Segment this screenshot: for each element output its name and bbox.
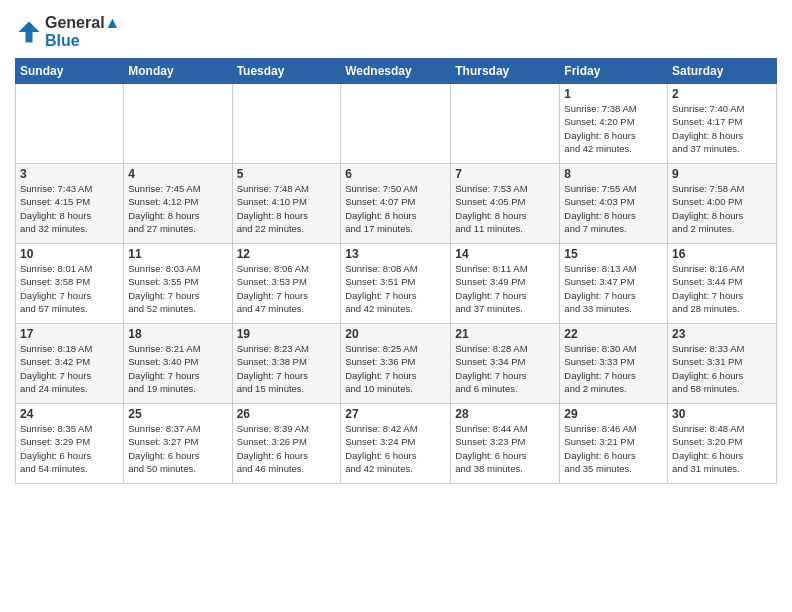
logo-icon xyxy=(15,18,43,46)
weekday-header: Saturday xyxy=(668,59,777,84)
day-info: Sunrise: 8:39 AM Sunset: 3:26 PM Dayligh… xyxy=(237,422,337,475)
day-info: Sunrise: 7:50 AM Sunset: 4:07 PM Dayligh… xyxy=(345,182,446,235)
calendar-cell: 6Sunrise: 7:50 AM Sunset: 4:07 PM Daylig… xyxy=(341,164,451,244)
calendar-cell: 30Sunrise: 8:48 AM Sunset: 3:20 PM Dayli… xyxy=(668,404,777,484)
day-info: Sunrise: 8:18 AM Sunset: 3:42 PM Dayligh… xyxy=(20,342,119,395)
weekday-header: Wednesday xyxy=(341,59,451,84)
calendar-cell xyxy=(451,84,560,164)
day-number: 2 xyxy=(672,87,772,101)
day-number: 12 xyxy=(237,247,337,261)
calendar-cell xyxy=(124,84,232,164)
day-number: 26 xyxy=(237,407,337,421)
calendar-cell: 10Sunrise: 8:01 AM Sunset: 3:58 PM Dayli… xyxy=(16,244,124,324)
calendar-cell: 21Sunrise: 8:28 AM Sunset: 3:34 PM Dayli… xyxy=(451,324,560,404)
day-number: 11 xyxy=(128,247,227,261)
day-info: Sunrise: 8:35 AM Sunset: 3:29 PM Dayligh… xyxy=(20,422,119,475)
day-info: Sunrise: 8:37 AM Sunset: 3:27 PM Dayligh… xyxy=(128,422,227,475)
day-number: 29 xyxy=(564,407,663,421)
day-info: Sunrise: 7:48 AM Sunset: 4:10 PM Dayligh… xyxy=(237,182,337,235)
day-info: Sunrise: 8:01 AM Sunset: 3:58 PM Dayligh… xyxy=(20,262,119,315)
day-number: 20 xyxy=(345,327,446,341)
day-info: Sunrise: 7:43 AM Sunset: 4:15 PM Dayligh… xyxy=(20,182,119,235)
day-number: 5 xyxy=(237,167,337,181)
calendar-week-row: 17Sunrise: 8:18 AM Sunset: 3:42 PM Dayli… xyxy=(16,324,777,404)
calendar-cell xyxy=(16,84,124,164)
day-number: 9 xyxy=(672,167,772,181)
calendar-week-row: 24Sunrise: 8:35 AM Sunset: 3:29 PM Dayli… xyxy=(16,404,777,484)
weekday-header: Tuesday xyxy=(232,59,341,84)
day-info: Sunrise: 7:55 AM Sunset: 4:03 PM Dayligh… xyxy=(564,182,663,235)
day-info: Sunrise: 8:25 AM Sunset: 3:36 PM Dayligh… xyxy=(345,342,446,395)
calendar-cell: 8Sunrise: 7:55 AM Sunset: 4:03 PM Daylig… xyxy=(560,164,668,244)
calendar-cell xyxy=(341,84,451,164)
calendar-table: SundayMondayTuesdayWednesdayThursdayFrid… xyxy=(15,58,777,484)
day-info: Sunrise: 8:06 AM Sunset: 3:53 PM Dayligh… xyxy=(237,262,337,315)
calendar-cell xyxy=(232,84,341,164)
day-number: 18 xyxy=(128,327,227,341)
day-number: 15 xyxy=(564,247,663,261)
calendar-cell: 22Sunrise: 8:30 AM Sunset: 3:33 PM Dayli… xyxy=(560,324,668,404)
calendar-cell: 20Sunrise: 8:25 AM Sunset: 3:36 PM Dayli… xyxy=(341,324,451,404)
main-container: General▲ Blue SundayMondayTuesdayWednesd… xyxy=(0,0,792,489)
day-number: 3 xyxy=(20,167,119,181)
day-info: Sunrise: 8:46 AM Sunset: 3:21 PM Dayligh… xyxy=(564,422,663,475)
day-info: Sunrise: 8:16 AM Sunset: 3:44 PM Dayligh… xyxy=(672,262,772,315)
day-info: Sunrise: 8:13 AM Sunset: 3:47 PM Dayligh… xyxy=(564,262,663,315)
calendar-week-row: 1Sunrise: 7:38 AM Sunset: 4:20 PM Daylig… xyxy=(16,84,777,164)
day-number: 14 xyxy=(455,247,555,261)
day-info: Sunrise: 8:30 AM Sunset: 3:33 PM Dayligh… xyxy=(564,342,663,395)
day-number: 21 xyxy=(455,327,555,341)
day-info: Sunrise: 7:53 AM Sunset: 4:05 PM Dayligh… xyxy=(455,182,555,235)
calendar-cell: 14Sunrise: 8:11 AM Sunset: 3:49 PM Dayli… xyxy=(451,244,560,324)
day-number: 24 xyxy=(20,407,119,421)
day-info: Sunrise: 8:23 AM Sunset: 3:38 PM Dayligh… xyxy=(237,342,337,395)
day-number: 16 xyxy=(672,247,772,261)
day-info: Sunrise: 7:45 AM Sunset: 4:12 PM Dayligh… xyxy=(128,182,227,235)
calendar-cell: 27Sunrise: 8:42 AM Sunset: 3:24 PM Dayli… xyxy=(341,404,451,484)
day-number: 19 xyxy=(237,327,337,341)
day-info: Sunrise: 8:03 AM Sunset: 3:55 PM Dayligh… xyxy=(128,262,227,315)
logo-text: General▲ Blue xyxy=(45,14,120,50)
calendar-cell: 3Sunrise: 7:43 AM Sunset: 4:15 PM Daylig… xyxy=(16,164,124,244)
day-info: Sunrise: 8:42 AM Sunset: 3:24 PM Dayligh… xyxy=(345,422,446,475)
day-info: Sunrise: 7:38 AM Sunset: 4:20 PM Dayligh… xyxy=(564,102,663,155)
calendar-cell: 28Sunrise: 8:44 AM Sunset: 3:23 PM Dayli… xyxy=(451,404,560,484)
calendar-cell: 9Sunrise: 7:58 AM Sunset: 4:00 PM Daylig… xyxy=(668,164,777,244)
weekday-header: Friday xyxy=(560,59,668,84)
day-info: Sunrise: 8:11 AM Sunset: 3:49 PM Dayligh… xyxy=(455,262,555,315)
calendar-cell: 29Sunrise: 8:46 AM Sunset: 3:21 PM Dayli… xyxy=(560,404,668,484)
day-info: Sunrise: 8:33 AM Sunset: 3:31 PM Dayligh… xyxy=(672,342,772,395)
calendar-week-row: 10Sunrise: 8:01 AM Sunset: 3:58 PM Dayli… xyxy=(16,244,777,324)
day-info: Sunrise: 8:21 AM Sunset: 3:40 PM Dayligh… xyxy=(128,342,227,395)
header: General▲ Blue xyxy=(15,10,777,50)
day-info: Sunrise: 8:08 AM Sunset: 3:51 PM Dayligh… xyxy=(345,262,446,315)
svg-marker-1 xyxy=(19,22,40,43)
day-number: 8 xyxy=(564,167,663,181)
calendar-cell: 11Sunrise: 8:03 AM Sunset: 3:55 PM Dayli… xyxy=(124,244,232,324)
logo: General▲ Blue xyxy=(15,14,120,50)
calendar-cell: 5Sunrise: 7:48 AM Sunset: 4:10 PM Daylig… xyxy=(232,164,341,244)
day-number: 10 xyxy=(20,247,119,261)
day-number: 1 xyxy=(564,87,663,101)
calendar-cell: 15Sunrise: 8:13 AM Sunset: 3:47 PM Dayli… xyxy=(560,244,668,324)
calendar-cell: 26Sunrise: 8:39 AM Sunset: 3:26 PM Dayli… xyxy=(232,404,341,484)
day-info: Sunrise: 7:40 AM Sunset: 4:17 PM Dayligh… xyxy=(672,102,772,155)
day-number: 30 xyxy=(672,407,772,421)
calendar-header-row: SundayMondayTuesdayWednesdayThursdayFrid… xyxy=(16,59,777,84)
day-number: 6 xyxy=(345,167,446,181)
day-info: Sunrise: 8:48 AM Sunset: 3:20 PM Dayligh… xyxy=(672,422,772,475)
weekday-header: Sunday xyxy=(16,59,124,84)
day-number: 17 xyxy=(20,327,119,341)
calendar-cell: 13Sunrise: 8:08 AM Sunset: 3:51 PM Dayli… xyxy=(341,244,451,324)
calendar-cell: 25Sunrise: 8:37 AM Sunset: 3:27 PM Dayli… xyxy=(124,404,232,484)
calendar-cell: 24Sunrise: 8:35 AM Sunset: 3:29 PM Dayli… xyxy=(16,404,124,484)
day-number: 27 xyxy=(345,407,446,421)
weekday-header: Monday xyxy=(124,59,232,84)
calendar-cell: 19Sunrise: 8:23 AM Sunset: 3:38 PM Dayli… xyxy=(232,324,341,404)
day-number: 25 xyxy=(128,407,227,421)
day-number: 23 xyxy=(672,327,772,341)
calendar-cell: 17Sunrise: 8:18 AM Sunset: 3:42 PM Dayli… xyxy=(16,324,124,404)
day-info: Sunrise: 8:28 AM Sunset: 3:34 PM Dayligh… xyxy=(455,342,555,395)
weekday-header: Thursday xyxy=(451,59,560,84)
day-number: 28 xyxy=(455,407,555,421)
